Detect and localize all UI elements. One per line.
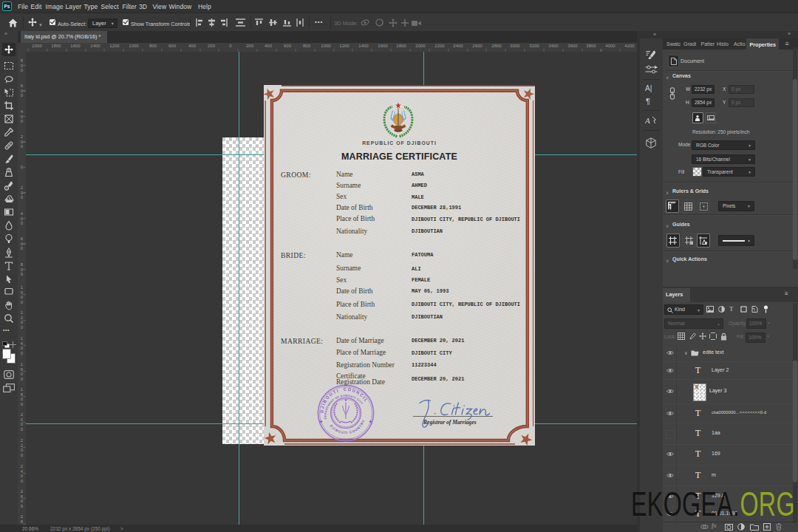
svg-text:Registrar of Marriages: Registrar of Marriages: [423, 419, 477, 426]
svg-text:A: A: [645, 116, 650, 125]
